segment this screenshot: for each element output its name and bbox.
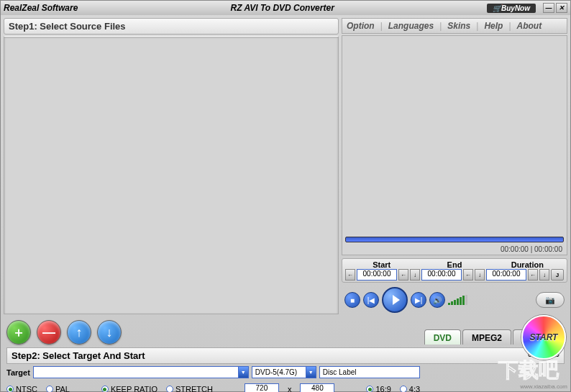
trim-panel: Start End Duration ← 00:00:00 ← ↓ 00:00:… xyxy=(342,258,567,283)
end-time-input[interactable]: 00:00:00 xyxy=(421,269,462,281)
remove-file-button[interactable]: — xyxy=(37,320,61,345)
trim-end-label: End xyxy=(418,260,490,269)
menu-option[interactable]: Option xyxy=(347,21,375,31)
duration-input[interactable]: 00:00:00 xyxy=(486,269,526,281)
time-display: 00:00:00 | 00:00:00 xyxy=(342,244,567,255)
app-title: RZ AVI To DVD Converter xyxy=(78,3,487,13)
play-button[interactable] xyxy=(382,287,408,313)
buy-now-button[interactable]: 🛒BuyNow xyxy=(487,4,536,13)
step2-header: Step2: Select Target And Start 0M / 4.7G xyxy=(6,347,565,364)
menu-about[interactable]: About xyxy=(517,21,542,31)
dimension-x: x xyxy=(288,385,292,392)
start-button[interactable]: START xyxy=(521,315,566,360)
snapshot-button[interactable]: 📷 xyxy=(536,292,565,308)
trim-duration-label: Duration xyxy=(491,260,564,269)
start-dec-icon[interactable]: ← xyxy=(345,269,355,281)
playback-controls: ■ |◀ ▶| 🔊 📷 xyxy=(342,286,567,314)
width-input[interactable]: 720 xyxy=(245,383,279,392)
radio-16-9[interactable]: 16:9 xyxy=(366,385,390,392)
add-file-button[interactable]: ＋ xyxy=(6,320,31,345)
source-file-list[interactable] xyxy=(4,36,339,314)
trim-start-label: Start xyxy=(345,260,418,269)
target-path-combo[interactable]: ▼ xyxy=(33,366,249,378)
file-toolbar: ＋ — ↑ ↓ DVD MPEG2 MPEG1 xyxy=(1,317,570,347)
radio-ntsc[interactable]: NTSC xyxy=(6,385,37,392)
radio-keep-ratio[interactable]: KEEP RATIO xyxy=(101,385,157,392)
stop-button[interactable]: ■ xyxy=(344,292,360,308)
next-button[interactable]: ▶| xyxy=(411,292,426,308)
step1-header: Step1: Select Source Files xyxy=(4,18,339,35)
end-inc-left-icon[interactable]: ← xyxy=(463,269,473,281)
end-set-icon[interactable]: ↓ xyxy=(475,269,485,281)
volume-icon[interactable]: 🔊 xyxy=(429,292,445,308)
dropdown-icon[interactable]: ▼ xyxy=(306,367,316,378)
duration-inc-left-icon[interactable]: ← xyxy=(528,269,538,281)
target-label: Target xyxy=(6,368,30,377)
titlebar: RealZeal Software RZ AVI To DVD Converte… xyxy=(1,1,570,15)
menu-skins[interactable]: Skins xyxy=(447,21,470,31)
dropdown-icon[interactable]: ▼ xyxy=(238,367,248,378)
radio-stretch[interactable]: STRETCH xyxy=(166,385,213,392)
start-set-icon[interactable]: ↓ xyxy=(410,269,420,281)
radio-pal[interactable]: PAL xyxy=(46,385,70,392)
tab-dvd[interactable]: DVD xyxy=(424,329,461,345)
app-window: RealZeal Software RZ AVI To DVD Converte… xyxy=(0,0,571,392)
minimize-button[interactable]: — xyxy=(543,3,554,13)
start-inc-left-icon[interactable]: ← xyxy=(398,269,408,281)
height-input[interactable]: 480 xyxy=(300,383,334,392)
options-row: NTSC PAL KEEP RATIO STRETCH 720 x 480 16… xyxy=(1,380,570,392)
company-name: RealZeal Software xyxy=(4,3,78,13)
target-row: Target ▼ DVD-5(4.7G) ▼ Disc Label xyxy=(1,364,570,380)
video-preview: 00:00:00 | 00:00:00 xyxy=(342,35,567,255)
seek-slider[interactable] xyxy=(345,237,564,242)
disc-type-combo[interactable]: DVD-5(4.7G) ▼ xyxy=(252,366,316,378)
radio-4-3[interactable]: 4:3 xyxy=(400,385,420,392)
duration-set-icon[interactable]: ↓ xyxy=(539,269,549,281)
tab-mpeg2[interactable]: MPEG2 xyxy=(462,329,511,345)
reset-trim-button[interactable]: J xyxy=(551,269,564,281)
start-time-input[interactable]: 00:00:00 xyxy=(357,269,397,281)
close-button[interactable]: ✕ xyxy=(556,3,567,13)
menu-help[interactable]: Help xyxy=(484,21,503,31)
menu-bar: Option| Languages| Skins| Help| About xyxy=(342,18,567,34)
move-down-button[interactable]: ↓ xyxy=(97,320,122,345)
disc-label-input[interactable]: Disc Label xyxy=(319,366,420,378)
watermark-url: www.xiazaiba.com xyxy=(520,383,567,390)
move-up-button[interactable]: ↑ xyxy=(67,320,91,345)
volume-meter[interactable] xyxy=(448,295,467,305)
menu-languages[interactable]: Languages xyxy=(388,21,434,31)
prev-button[interactable]: |◀ xyxy=(363,292,379,308)
